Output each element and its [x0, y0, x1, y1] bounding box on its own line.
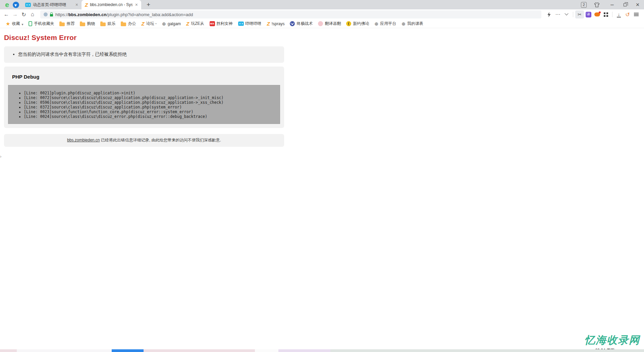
taskbar-sliver[interactable]: [0, 349, 644, 352]
browser-assistant-icon[interactable]: [13, 2, 19, 8]
browser-logo-icon[interactable]: e: [3, 1, 11, 8]
bookmark-fanyiqi[interactable]: 翻译器翻: [316, 20, 343, 28]
chevron-down-icon: [21, 21, 23, 27]
apps-grid-icon[interactable]: [601, 10, 610, 18]
bookmark-folder-yule[interactable]: 娱乐: [98, 20, 118, 28]
menu-icon[interactable]: [632, 10, 641, 18]
z-site-icon: Z: [267, 21, 270, 27]
taskbar-segment: [330, 349, 644, 352]
site-info-icon[interactable]: [44, 12, 48, 16]
bookmark-favorites[interactable]: 收藏: [3, 20, 25, 28]
reload-button[interactable]: [19, 10, 28, 19]
folder-icon: [80, 23, 85, 26]
php-debug-box: PHP Debug [Line: 0021]plugin.php(discuz_…: [4, 67, 284, 128]
debug-backtrace-panel: [Line: 0021]plugin.php(discuz_applicatio…: [8, 85, 280, 124]
quick-launch-icon[interactable]: [545, 10, 553, 18]
https-lock-icon[interactable]: [50, 14, 53, 16]
theme-skin-icon[interactable]: [594, 2, 600, 7]
bookmarks-bar: 收藏 手机收藏夹 推荐 购物 娱乐 办公 Z 论坛 - galgam Z 玩ZE…: [0, 19, 644, 28]
taskbar-segment-active: [112, 349, 144, 352]
tab-bilibili[interactable]: 动态首页-哔哩哔哩: [22, 0, 82, 9]
apology-box: bbs.zombieden.cn 已经将此出错信息详细记录, 由此给您带来的访问…: [4, 134, 284, 147]
bookmark-galgame[interactable]: galgam: [160, 20, 183, 28]
tab-bar: e 动态首页-哔哩哔哩 Z bbs.zombieden.cn - System …: [0, 0, 644, 9]
minimize-button[interactable]: [606, 0, 619, 9]
site-link[interactable]: bbs.zombieden.cn: [67, 138, 100, 142]
restore-icon: [624, 3, 627, 6]
new-tab-button[interactable]: [145, 1, 152, 8]
back-button[interactable]: [2, 10, 11, 19]
pink-circle-icon: [318, 21, 323, 26]
folder-icon: [121, 23, 126, 26]
bookmark-wanze[interactable]: Z 玩ZE从: [184, 20, 207, 28]
tab-count-badge[interactable]: 2: [581, 2, 587, 8]
forward-button[interactable]: [11, 10, 19, 19]
z-site-icon: Z: [141, 21, 144, 27]
downloads-icon[interactable]: [614, 10, 623, 18]
home-button[interactable]: [28, 10, 37, 19]
tab-title: bbs.zombieden.cn - System: [90, 2, 132, 7]
watermark: 忆海收录网: [585, 333, 640, 347]
bookmark-wode-kebiao[interactable]: 我的课表: [399, 20, 426, 28]
bookmark-folder-bangong[interactable]: 办公: [118, 20, 138, 28]
bookmark-luntan[interactable]: Z 论坛 -: [139, 20, 159, 28]
apology-text: 已经将此出错信息详细记录, 由此给您带来的访问不便我们深感歉意.: [101, 138, 221, 142]
bookmark-yingyong-pingtai[interactable]: 应用平台: [372, 20, 398, 28]
taskbar-segment: [278, 349, 330, 352]
close-window-button[interactable]: [631, 0, 644, 9]
folder-icon: [59, 23, 65, 26]
bookmark-shengli-nvshen[interactable]: MX 胜利女神: [207, 20, 235, 28]
sidebar-expand-icon[interactable]: [0, 154, 1, 159]
extensions-more-icon[interactable]: [553, 10, 562, 18]
close-tab-icon[interactable]: [135, 2, 139, 7]
debug-line: [Line: 0021]plugin.php(discuz_applicatio…: [24, 91, 276, 95]
address-toolbar: https://bbs.zombieden.cn/plugin.php?id=a…: [0, 9, 644, 19]
game-center-icon[interactable]: [593, 10, 601, 18]
folder-icon: [100, 23, 106, 26]
mx-icon: MX: [210, 21, 215, 26]
close-tab-icon[interactable]: [75, 2, 79, 7]
star-icon: [6, 21, 10, 27]
bookmark-bilibili[interactable]: 哔哩哔哩: [236, 20, 264, 28]
restore-button[interactable]: [619, 0, 631, 9]
chevron-down-icon[interactable]: [562, 10, 571, 18]
phone-icon: [29, 21, 32, 26]
yellow-circle-icon: [346, 21, 351, 26]
paw-icon: [290, 21, 295, 26]
debug-line: [Line: 0023]source\function\function_cor…: [24, 109, 276, 114]
debug-line: [Line: 0372]source\class\discuz\discuz_a…: [24, 105, 276, 109]
tab-title: 动态首页-哔哩哔哩: [33, 2, 73, 8]
url-scheme: https://: [55, 12, 68, 17]
bookmark-mobile-favorites[interactable]: 手机收藏夹: [26, 20, 56, 28]
tab-zombieden-active[interactable]: Z bbs.zombieden.cn - System: [82, 0, 141, 9]
toolbar-divider: [612, 12, 612, 17]
bilibili-icon: [238, 21, 244, 26]
taskbar-segment: [17, 349, 112, 352]
bookmark-folder-gouwu[interactable]: 购物: [77, 20, 97, 28]
url-text[interactable]: https://bbs.zombieden.cn/plugin.php?id=a…: [55, 12, 193, 17]
url-path: /plugin.php?id=ahome_laba:add&action=add: [106, 12, 193, 17]
debug-line: [Line: 0024]source\class\discuz\discuz_e…: [24, 114, 276, 119]
translate-icon[interactable]: 译: [584, 10, 593, 18]
restore-closed-tab-icon[interactable]: [623, 10, 632, 18]
debug-heading: PHP Debug: [12, 74, 280, 80]
bookmark-xinyue[interactable]: 新约佛论: [344, 20, 371, 28]
address-bar[interactable]: https://bbs.zombieden.cn/plugin.php?id=a…: [40, 10, 541, 18]
window-controls: 2: [581, 0, 644, 9]
z-site-icon: Z: [186, 21, 189, 27]
globe-icon: [162, 21, 166, 27]
bookmark-sprays[interactable]: Z !sprays: [265, 20, 287, 28]
error-message-box: 您当前的访问请求当中含有非法字符，已经被系统拒绝: [4, 46, 284, 63]
bookmark-zhongji-zhanshu[interactable]: 终极战术: [287, 20, 315, 28]
toolbar-divider: [573, 12, 573, 17]
bookmark-folder-tuijian[interactable]: 推荐: [57, 20, 77, 28]
debug-line: [Line: 0596]source\class\discuz\discuz_a…: [24, 100, 276, 105]
error-message: 您当前的访问请求当中含有非法字符，已经被系统拒绝: [18, 51, 276, 57]
globe-icon: [374, 21, 378, 27]
url-host: bbs.zombieden.cn: [68, 12, 106, 17]
taskbar-segment: [255, 349, 278, 352]
debug-line: [Line: 0072]source\class\discuz\discuz_a…: [24, 95, 276, 100]
bilibili-favicon-icon: [25, 3, 31, 7]
page-content: Discuz! System Error 您当前的访问请求当中含有非法字符，已经…: [0, 28, 644, 147]
screenshot-tool-icon[interactable]: [575, 10, 584, 18]
